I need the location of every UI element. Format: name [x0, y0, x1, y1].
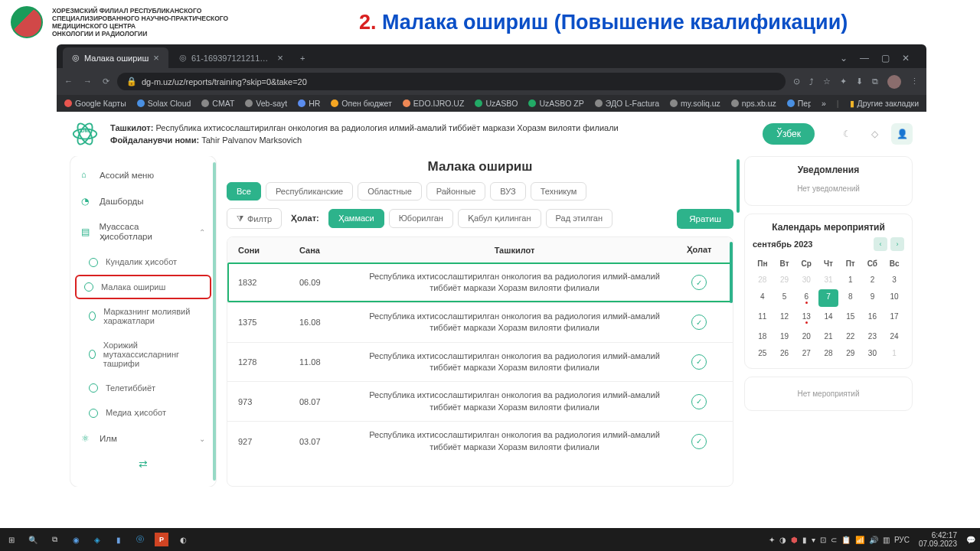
- calendar-day[interactable]: 31: [818, 272, 838, 287]
- status-pill[interactable]: Рад этилган: [546, 209, 613, 228]
- calendar-day[interactable]: 27: [796, 346, 816, 360]
- tray-icon[interactable]: ⬢: [791, 536, 798, 544]
- calendar-day[interactable]: 9: [863, 289, 883, 307]
- tab-close-icon[interactable]: ×: [277, 52, 283, 64]
- calendar-day[interactable]: 29: [775, 272, 795, 287]
- calendar-prev-icon[interactable]: ‹: [874, 237, 887, 251]
- table-row[interactable]: 1832 06.09 Республика ихтисослаштирилган…: [227, 262, 733, 302]
- extensions-icon[interactable]: ✦: [840, 77, 847, 86]
- table-row[interactable]: 927 03.07 Республика ихтисослаштирилган …: [227, 421, 733, 461]
- calendar-day[interactable]: 1: [884, 346, 904, 360]
- status-pill[interactable]: Қабул қилинган: [458, 209, 541, 228]
- chrome-icon[interactable]: ◐: [176, 533, 190, 546]
- calendar-day[interactable]: 22: [841, 329, 861, 344]
- calendar-day[interactable]: 3: [884, 272, 904, 287]
- calendar-day[interactable]: 12: [775, 309, 795, 327]
- table-row[interactable]: 1375 16.08 Республика ихтисослаштирилган…: [227, 302, 733, 342]
- download-icon[interactable]: ⬇: [856, 77, 863, 86]
- sidebar-subitem[interactable]: Медиа ҳисобот: [70, 400, 216, 425]
- tray-icon[interactable]: ▾: [812, 536, 815, 544]
- calendar-next-icon[interactable]: ›: [890, 237, 904, 251]
- tray-icon[interactable]: ✦: [769, 536, 775, 544]
- ie-icon[interactable]: ⓔ: [133, 533, 147, 546]
- calendar-day[interactable]: 7: [818, 289, 838, 307]
- bookmark-item[interactable]: UzASBO ZP: [528, 99, 583, 108]
- calendar-day[interactable]: 28: [818, 346, 838, 360]
- calendar-day[interactable]: 6: [796, 289, 816, 307]
- table-row[interactable]: 1278 11.08 Республика ихтисослаштирилган…: [227, 342, 733, 382]
- app-icon-3[interactable]: ▮: [112, 533, 126, 546]
- sidebar-subitem[interactable]: Кундалик ҳисобот: [70, 249, 216, 275]
- taskbar-clock[interactable]: 6:42:17 07.09.2023: [914, 531, 962, 548]
- scope-pill[interactable]: Районные: [426, 182, 486, 201]
- theme-icon[interactable]: ☾: [836, 123, 858, 145]
- sidebar-item[interactable]: ⚛Илм⌄: [70, 425, 216, 452]
- bookmark-item[interactable]: nps.xb.uz: [731, 99, 776, 108]
- table-row[interactable]: 973 08.07 Республика ихтисослаштирилган …: [227, 381, 733, 421]
- calendar-day[interactable]: 26: [775, 346, 795, 360]
- language-button[interactable]: Ўзбек: [763, 123, 815, 145]
- address-bar[interactable]: 🔒 dg-m.uz/uz/reports/training?skip=0&tak…: [117, 73, 786, 90]
- status-pill[interactable]: Ҳаммаси: [328, 209, 384, 228]
- bookmark-item[interactable]: CMAT: [201, 99, 234, 108]
- calendar-day[interactable]: 11: [753, 309, 773, 327]
- nav-reload-icon[interactable]: ⟳: [103, 77, 109, 86]
- bookmark-item[interactable]: UzASBO: [475, 99, 518, 108]
- sidebar-subitem[interactable]: Малака ошириш: [75, 275, 211, 299]
- bookmark-item[interactable]: ЭДО L-Factura: [595, 99, 659, 108]
- tray-icon[interactable]: 📋: [841, 536, 851, 544]
- start-button[interactable]: ⊞: [5, 533, 18, 546]
- calendar-day[interactable]: 4: [753, 289, 773, 307]
- calendar-day[interactable]: 1: [841, 272, 861, 287]
- scope-pill[interactable]: Все: [227, 182, 261, 201]
- browser-tab[interactable]: ◎61-1693971212116-100.pdf×: [170, 47, 292, 68]
- bookmark-item[interactable]: Опен бюджет: [331, 99, 392, 108]
- new-tab-button[interactable]: +: [294, 51, 311, 66]
- calendar-day[interactable]: 19: [775, 329, 795, 344]
- calendar-day[interactable]: 13: [796, 309, 816, 327]
- calendar-day[interactable]: 24: [884, 329, 904, 344]
- calendar-day[interactable]: 18: [753, 329, 773, 344]
- app-icon-1[interactable]: ◉: [69, 533, 83, 546]
- bookmark-item[interactable]: Veb-sayt: [245, 99, 287, 108]
- user-icon[interactable]: 👤: [891, 123, 913, 145]
- window-close-icon[interactable]: ✕: [902, 53, 910, 64]
- profile-avatar[interactable]: [887, 75, 901, 89]
- sidebar-subitem[interactable]: Марказнинг молиявий харажатлари: [70, 299, 216, 333]
- sidebar-subitem[interactable]: Телетиббиёт: [70, 376, 216, 400]
- bookmark-item[interactable]: EDO.IJRO.UZ: [403, 99, 465, 108]
- window-caret-down-icon[interactable]: ⌄: [840, 53, 848, 64]
- taskview-icon[interactable]: ⧉: [47, 533, 61, 546]
- calendar-day[interactable]: 30: [796, 272, 816, 287]
- calendar-day[interactable]: 5: [775, 289, 795, 307]
- calendar-day[interactable]: 28: [753, 272, 773, 287]
- calendar-day[interactable]: 20: [796, 329, 816, 344]
- bookmark-item[interactable]: Solax Cloud: [137, 99, 191, 108]
- other-bookmarks[interactable]: ▮ Другие закладки: [850, 99, 919, 108]
- network-icon[interactable]: 📶: [855, 536, 864, 544]
- calendar-day[interactable]: 30: [863, 346, 883, 360]
- search-taskbar-icon[interactable]: 🔍: [26, 533, 40, 546]
- calendar-day[interactable]: 23: [863, 329, 883, 344]
- calendar-day[interactable]: 16: [863, 309, 883, 327]
- window-maximize-icon[interactable]: ▢: [881, 53, 890, 64]
- tray-icon[interactable]: ▮: [802, 536, 807, 544]
- calendar-day[interactable]: 10: [884, 289, 904, 307]
- tab-close-icon[interactable]: ×: [153, 52, 159, 64]
- create-button[interactable]: Яратиш: [677, 209, 733, 229]
- tray-icon[interactable]: ◑: [779, 536, 786, 544]
- sidebar-subitem[interactable]: Хорижий мутахассисларнинг ташрифи: [70, 333, 216, 376]
- calendar-day[interactable]: 14: [818, 309, 838, 327]
- calendar-day[interactable]: 17: [884, 309, 904, 327]
- telegram-icon[interactable]: ◈: [90, 533, 104, 546]
- bookmark-item[interactable]: HR: [298, 99, 320, 108]
- search-icon[interactable]: ⊙: [793, 77, 800, 86]
- scope-pill[interactable]: ВУЗ: [490, 182, 525, 201]
- status-pill[interactable]: Юборилган: [389, 209, 453, 228]
- scope-pill[interactable]: Областные: [358, 182, 422, 201]
- sidebar-collapse-toggle[interactable]: ⇄: [70, 452, 216, 476]
- star-icon[interactable]: ☆: [823, 77, 831, 86]
- menu-icon[interactable]: ⋮: [910, 77, 919, 86]
- calendar-day[interactable]: 8: [841, 289, 861, 307]
- filter-button[interactable]: ⧩ Филтр: [227, 208, 282, 229]
